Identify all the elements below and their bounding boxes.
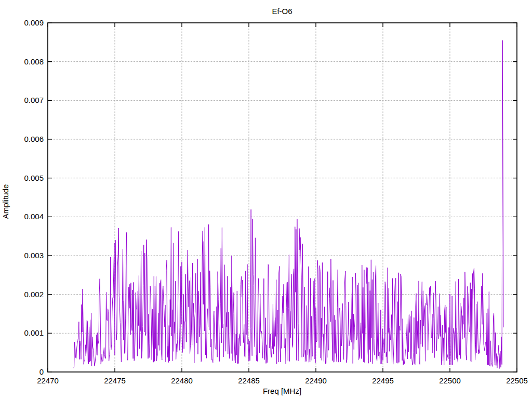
x-tick-label: 22470 bbox=[37, 376, 59, 385]
series-line-amplitude-spectrum bbox=[74, 41, 503, 369]
axis-ticks bbox=[48, 23, 517, 372]
y-tick-label: 0.003 bbox=[24, 251, 44, 260]
x-tick-label: 22490 bbox=[305, 376, 327, 385]
y-tick-label: 0.002 bbox=[24, 290, 44, 299]
y-tick-label: 0.007 bbox=[24, 96, 44, 104]
y-tick-label: 0 bbox=[39, 367, 44, 376]
data-series bbox=[74, 41, 503, 369]
spectrum-plot: 2247022475224802248522490224952250022505… bbox=[0, 0, 532, 399]
x-tick-label: 22500 bbox=[439, 376, 461, 385]
y-tick-label: 0.004 bbox=[24, 212, 44, 221]
y-axis-label: Amplitude bbox=[1, 184, 10, 219]
grid-lines bbox=[48, 23, 517, 372]
x-tick-label: 22505 bbox=[506, 376, 528, 385]
x-tick-label: 22475 bbox=[104, 376, 126, 385]
x-axis-label: Freq [MHz] bbox=[263, 387, 301, 395]
x-tick-label: 22495 bbox=[372, 376, 394, 385]
y-tick-label: 0.001 bbox=[24, 328, 44, 337]
y-tick-label: 0.005 bbox=[24, 174, 44, 182]
y-tick-label: 0.006 bbox=[24, 135, 44, 143]
chart-figure: 2247022475224802248522490224952250022505… bbox=[0, 0, 532, 399]
y-tick-label: 0.009 bbox=[24, 18, 44, 27]
chart-title: Ef-O6 bbox=[272, 7, 292, 16]
x-tick-label: 22485 bbox=[238, 376, 260, 385]
x-tick-label: 22480 bbox=[171, 376, 193, 385]
plot-border bbox=[48, 23, 517, 372]
y-tick-label: 0.008 bbox=[24, 57, 44, 66]
